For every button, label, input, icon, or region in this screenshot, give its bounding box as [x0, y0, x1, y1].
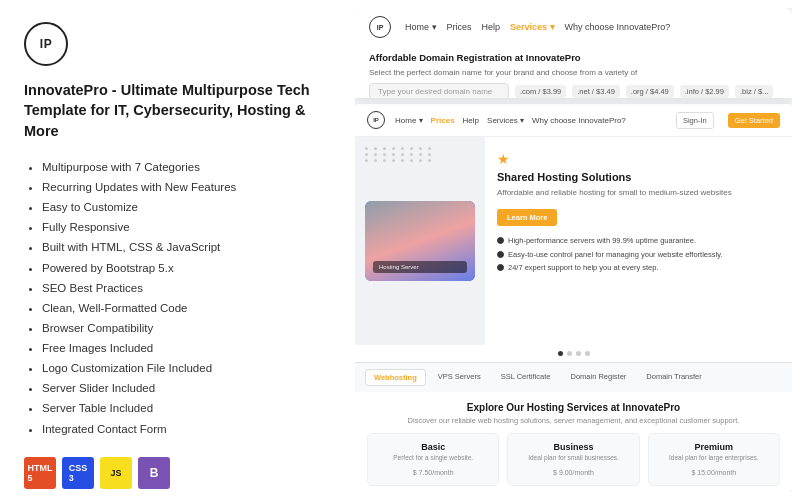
plans-row: Basic Perfect for a single website. $ 7.…	[367, 433, 780, 486]
domain-subtitle: Select the perfect domain name for your …	[369, 68, 778, 77]
get-started-button[interactable]: Get Started	[728, 113, 780, 128]
plan-price: $ 15.00/month	[659, 466, 769, 477]
hosting-feature-item: High-performance servers with 99.9% upti…	[497, 236, 780, 247]
list-item: Fully Responsive	[42, 217, 331, 237]
nav-help[interactable]: Help	[482, 22, 501, 32]
features-list: Multipurpose with 7 Categories Recurring…	[24, 157, 331, 439]
ext-net: .net / $3.49	[572, 85, 620, 98]
bullet-icon	[497, 251, 504, 258]
bottom-nav-logo: IP	[367, 111, 385, 129]
plan-name: Business	[518, 442, 628, 452]
learn-more-button[interactable]: Learn More	[497, 209, 557, 226]
domain-title: Affordable Domain Registration at Innova…	[369, 52, 778, 63]
pag-dot-3[interactable]	[576, 351, 581, 356]
plan-desc: Ideal plan for small businesses.	[518, 454, 628, 462]
list-item: Easy to Customize	[42, 197, 331, 217]
tabs-section: Webhosting VPS Servers SSL Certificate D…	[355, 362, 792, 392]
list-item: SEO Best Practices	[42, 278, 331, 298]
nav-services[interactable]: Services ▾	[510, 22, 555, 32]
product-title: InnovatePro - Ultimate Multipurpose Tech…	[24, 80, 331, 141]
plan-price: $ 7.50/month	[378, 466, 488, 477]
plan-business: Business Ideal plan for small businesses…	[507, 433, 639, 486]
ext-com: .com / $3.99	[515, 85, 566, 98]
bootstrap-badge: B	[138, 457, 170, 489]
hosting-feature-item: Easy-to-use control panel for managing y…	[497, 250, 780, 261]
hosting-image: Hosting Server	[365, 201, 475, 281]
bottom-nav-links: Home ▾ Prices Help Services ▾ Why choose…	[395, 116, 666, 125]
nav-prices[interactable]: Prices	[447, 22, 472, 32]
list-item: Server Slider Included	[42, 378, 331, 398]
signin-button[interactable]: Sign-In	[676, 112, 714, 129]
plan-name: Basic	[378, 442, 488, 452]
css-badge: CSS3	[62, 457, 94, 489]
tech-badges: HTML5 CSS3 JS B	[24, 457, 331, 489]
explore-title: Explore Our Hosting Services at Innovate…	[367, 402, 780, 413]
bnav-why[interactable]: Why choose InnovatePro?	[532, 116, 626, 125]
hosting-image-panel: Hosting Server	[355, 137, 485, 345]
top-nav-links: Home ▾ Prices Help Services ▾ Why choose…	[405, 22, 670, 32]
list-item: Browser Compatibility	[42, 318, 331, 338]
domain-section: Affordable Domain Registration at Innova…	[355, 46, 792, 98]
screenshot-top: IP Home ▾ Prices Help Services ▾ Why cho…	[355, 8, 792, 98]
hosting-subtitle: Affordable and reliable hosting for smal…	[497, 187, 780, 198]
bullet-icon	[497, 237, 504, 244]
hosting-feature-item: 24/7 expert support to help you at every…	[497, 263, 780, 274]
star-icon: ★	[497, 151, 780, 167]
logo-circle: IP	[24, 22, 68, 66]
screenshot-bottom: IP Home ▾ Prices Help Services ▾ Why cho…	[355, 104, 792, 492]
bnav-help[interactable]: Help	[463, 116, 479, 125]
list-item: Powered by Bootstrap 5.x	[42, 258, 331, 278]
js-badge: JS	[100, 457, 132, 489]
top-nav-logo: IP	[369, 16, 391, 38]
ext-biz: .biz / $...	[735, 85, 773, 98]
list-item: Logo Customization File Included	[42, 358, 331, 378]
left-panel: IP InnovatePro - Ultimate Multipurpose T…	[0, 0, 355, 500]
hosting-section: Hosting Server ★ Shared Hosting Solution…	[355, 137, 792, 345]
pagination-dots	[355, 345, 792, 362]
html-badge: HTML5	[24, 457, 56, 489]
tab-vps[interactable]: VPS Servers	[430, 369, 489, 386]
top-nav-bar: IP Home ▾ Prices Help Services ▾ Why cho…	[355, 8, 792, 46]
ext-info: .info / $2.99	[680, 85, 729, 98]
domain-input-row: Type your desired domain name .com / $3.…	[369, 83, 778, 98]
plan-name: Premium	[659, 442, 769, 452]
list-item: Built with HTML, CSS & JavaScript	[42, 237, 331, 257]
list-item: Multipurpose with 7 Categories	[42, 157, 331, 177]
domain-input[interactable]: Type your desired domain name	[369, 83, 509, 98]
hosting-content: ★ Shared Hosting Solutions Affordable an…	[485, 137, 792, 345]
list-item: Clean, Well-Formatted Code	[42, 298, 331, 318]
image-overlay: Hosting Server	[373, 261, 467, 273]
bnav-prices[interactable]: Prices	[431, 116, 455, 125]
tab-webhosting[interactable]: Webhosting	[365, 369, 426, 386]
logo-text: IP	[40, 37, 52, 51]
pag-dot-2[interactable]	[567, 351, 572, 356]
nav-why[interactable]: Why choose InnovatePro?	[565, 22, 671, 32]
tab-domain-transfer[interactable]: Domain Transfer	[638, 369, 709, 386]
bnav-home[interactable]: Home ▾	[395, 116, 423, 125]
tab-domain-register[interactable]: Domain Register	[562, 369, 634, 386]
hosting-title: Shared Hosting Solutions	[497, 171, 780, 183]
list-item: Server Table Included	[42, 398, 331, 418]
plan-premium: Premium Ideal plan for large enterprises…	[648, 433, 780, 486]
plan-basic: Basic Perfect for a single website. $ 7.…	[367, 433, 499, 486]
bullet-icon	[497, 264, 504, 271]
dot-grid	[365, 147, 434, 162]
pag-dot-4[interactable]	[585, 351, 590, 356]
bnav-services[interactable]: Services ▾	[487, 116, 524, 125]
hosting-features: High-performance servers with 99.9% upti…	[497, 236, 780, 274]
tab-ssl[interactable]: SSL Certificate	[493, 369, 559, 386]
right-panel: IP Home ▾ Prices Help Services ▾ Why cho…	[355, 8, 792, 492]
plan-price: $ 9.00/month	[518, 466, 628, 477]
explore-section: Explore Our Hosting Services at Innovate…	[355, 392, 792, 492]
explore-subtitle: Discover our reliable web hosting soluti…	[367, 416, 780, 425]
list-item: Free Images Included	[42, 338, 331, 358]
ext-org: .org / $4.49	[626, 85, 674, 98]
plan-desc: Ideal plan for large enterprises.	[659, 454, 769, 462]
list-item: Integrated Contact Form	[42, 419, 331, 439]
bottom-nav-bar: IP Home ▾ Prices Help Services ▾ Why cho…	[355, 104, 792, 137]
nav-home[interactable]: Home ▾	[405, 22, 437, 32]
list-item: Recurring Updates with New Features	[42, 177, 331, 197]
pag-dot-1[interactable]	[558, 351, 563, 356]
plan-desc: Perfect for a single website.	[378, 454, 488, 462]
